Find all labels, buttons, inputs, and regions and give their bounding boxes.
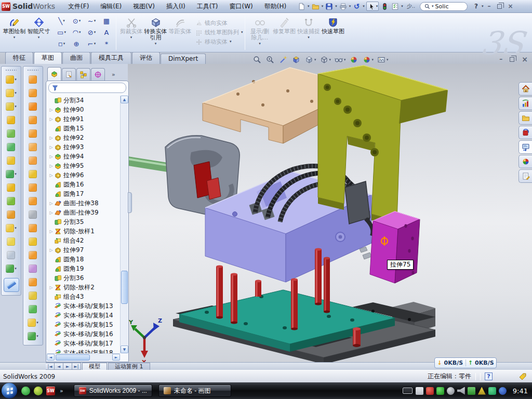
document-tab[interactable]: 模型 bbox=[82, 363, 107, 370]
scroll-thumb[interactable] bbox=[121, 271, 128, 304]
ribbon-big-button[interactable]: 快速捕捉 ▾ bbox=[297, 15, 321, 50]
menu-item[interactable]: 帮助(H) bbox=[259, 1, 292, 12]
sketch-entity-button[interactable]: ⌐ ▾ bbox=[84, 38, 99, 50]
toolbar-button[interactable]: ▾ bbox=[23, 316, 43, 329]
rebuild-icon[interactable] bbox=[380, 2, 389, 10]
sketch-entity-button[interactable]: ▫ ▾ bbox=[54, 38, 69, 50]
view-palette-tab[interactable] bbox=[518, 140, 532, 154]
taskbar-clock[interactable]: 9:41 bbox=[513, 387, 528, 395]
tree-vertical-scrollbar[interactable]: ▲ ▼ bbox=[120, 96, 128, 353]
ribbon-big-button[interactable]: 显示/删除几... ▾ bbox=[248, 15, 272, 50]
feature-tree-item[interactable]: 圆角17 bbox=[48, 189, 120, 198]
feature-tree-item[interactable]: 分割35 bbox=[48, 217, 120, 227]
feature-tree-item[interactable]: ▷ 拉伸94 bbox=[48, 152, 120, 161]
tab-scroll-button[interactable]: ► bbox=[63, 363, 72, 370]
taskbar-window-paint[interactable]: 未命名 - 画图 bbox=[158, 384, 231, 397]
menu-item[interactable]: 视图(V) bbox=[127, 1, 161, 12]
ribbon-big-button[interactable]: 转换实体引用 ▾ bbox=[143, 15, 168, 50]
toolbar-button[interactable] bbox=[2, 235, 21, 248]
tag-icon[interactable] bbox=[518, 373, 527, 381]
commandmanager-tab[interactable]: 曲面 bbox=[62, 52, 90, 64]
antivirus-tray-icon[interactable] bbox=[426, 387, 434, 395]
status-help-button[interactable]: ? bbox=[485, 373, 493, 380]
save-icon[interactable] bbox=[325, 2, 334, 10]
filter-input[interactable] bbox=[48, 83, 126, 93]
start-button[interactable] bbox=[2, 383, 17, 398]
toolbar-button[interactable] bbox=[23, 235, 43, 248]
expand-arrow-icon[interactable]: ▷ bbox=[48, 154, 54, 159]
feature-tree-item[interactable]: ▷ 拉伸92 bbox=[48, 133, 120, 142]
toolbar-button[interactable]: ▾ bbox=[2, 167, 21, 181]
scroll-up-button[interactable]: ▲ bbox=[121, 96, 128, 103]
commandmanager-tab[interactable]: 评估 bbox=[132, 52, 160, 64]
undo-icon[interactable]: ↺ bbox=[352, 2, 361, 10]
toolbar-button[interactable]: ▾ bbox=[23, 329, 43, 343]
feature-tree-item[interactable]: ▷ 拉伸97 bbox=[48, 245, 120, 255]
feature-tree-item[interactable]: ▷ 拉伸90 bbox=[48, 105, 120, 114]
dimxpertmanager-tab[interactable] bbox=[91, 68, 105, 81]
toolbar-button[interactable]: ▾ bbox=[2, 262, 21, 275]
feature-tree-item[interactable]: 实体-移动/复制15 bbox=[48, 320, 120, 329]
commandmanager-tab[interactable]: 特征 bbox=[5, 52, 33, 64]
featuremanager-tab[interactable] bbox=[47, 67, 61, 81]
expand-arrow-icon[interactable]: ▷ bbox=[48, 117, 54, 122]
hide-show-items-icon[interactable]: ▾ bbox=[335, 56, 346, 64]
toolbar-button[interactable] bbox=[23, 208, 43, 221]
search-results-tab[interactable] bbox=[518, 126, 532, 139]
print-icon[interactable] bbox=[339, 2, 348, 10]
3d-viewport[interactable] bbox=[125, 52, 532, 362]
toolbar-button[interactable] bbox=[23, 181, 43, 194]
commandmanager-tab[interactable]: 模具工具 bbox=[91, 52, 131, 64]
ribbon-stack-button[interactable]: 线性草图阵列 ▾ bbox=[195, 29, 243, 36]
select-tool[interactable]: ▾ bbox=[366, 2, 379, 11]
close-button[interactable]: × bbox=[508, 3, 513, 9]
feature-tree-item[interactable]: 圆角18 bbox=[48, 255, 120, 264]
open-icon[interactable] bbox=[311, 2, 320, 10]
menu-item[interactable]: 插入(I) bbox=[161, 1, 191, 12]
feature-tree-item[interactable]: 实体-移动/复制17 bbox=[48, 339, 120, 348]
sketch-entity-button[interactable]: ~ ▾ bbox=[84, 16, 99, 27]
sketch-entity-button[interactable]: ⊙ ▾ bbox=[69, 16, 84, 27]
feature-tree-item[interactable]: ▷ 切除-放样1 bbox=[48, 227, 120, 236]
tree-horizontal-scrollbar[interactable]: ◄ ► bbox=[47, 353, 120, 361]
feature-tree-item[interactable]: 分割34 bbox=[48, 96, 120, 105]
panel-more-button[interactable]: » bbox=[112, 71, 115, 81]
toolbar-button[interactable] bbox=[23, 194, 43, 208]
feature-tree-item[interactable]: ▷ 切除-放样2 bbox=[48, 283, 120, 292]
view-orientation-icon[interactable]: ▾ bbox=[305, 56, 316, 64]
toolbar-button[interactable] bbox=[23, 127, 43, 140]
feature-tree-item[interactable]: 圆角16 bbox=[48, 180, 120, 189]
ribbon-big-button[interactable]: 修复草图 bbox=[272, 15, 297, 50]
propertymanager-tab[interactable] bbox=[62, 68, 76, 81]
expand-arrow-icon[interactable]: ▷ bbox=[48, 229, 54, 234]
new-document-icon[interactable] bbox=[297, 2, 306, 10]
toolbar-button[interactable] bbox=[23, 154, 43, 167]
appearances-scenes-tab[interactable] bbox=[518, 155, 532, 168]
edit-appearance-icon[interactable] bbox=[350, 56, 359, 64]
menu-item[interactable]: 窗口(W) bbox=[223, 1, 258, 12]
tab-scroll-button[interactable]: ►| bbox=[72, 363, 81, 370]
toolbar-grip[interactable] bbox=[28, 68, 38, 72]
toolbar-button[interactable]: ▾ bbox=[2, 86, 21, 100]
toolbar-button[interactable] bbox=[2, 248, 21, 262]
ribbon-big-button[interactable]: 等距实体 bbox=[168, 15, 192, 50]
feature-tree-item[interactable]: ▷ 拉伸91 bbox=[48, 114, 120, 124]
feature-tree-item[interactable]: 圆角19 bbox=[48, 264, 120, 273]
toolbar-grip[interactable] bbox=[6, 68, 17, 72]
custom-properties-tab[interactable] bbox=[518, 169, 532, 183]
view-settings-icon[interactable]: ▾ bbox=[377, 56, 389, 64]
toolbar-button[interactable]: ▾ bbox=[2, 73, 21, 86]
taskbar-window-solidworks[interactable]: SW SolidWorks 2009 - ... bbox=[74, 384, 152, 397]
toolbar-button[interactable] bbox=[23, 221, 43, 235]
menu-item[interactable]: 编辑(E) bbox=[95, 1, 127, 12]
feature-tree-item[interactable]: 组合43 bbox=[48, 292, 120, 301]
security-shield-tray-icon[interactable] bbox=[436, 387, 444, 395]
expand-arrow-icon[interactable]: ▷ bbox=[48, 285, 54, 290]
feature-tree-item[interactable]: 分割36 bbox=[48, 273, 120, 283]
feature-tree-item[interactable]: 实体-移动/复制18 bbox=[48, 348, 120, 353]
apply-scene-icon[interactable]: ▾ bbox=[363, 56, 374, 64]
feature-tree-item[interactable]: 实体-移动/复制13 bbox=[48, 301, 120, 311]
toolbar-button[interactable] bbox=[2, 113, 21, 127]
toolbar-button[interactable] bbox=[23, 262, 43, 275]
tab-scroll-button[interactable]: |◄ bbox=[46, 363, 55, 370]
